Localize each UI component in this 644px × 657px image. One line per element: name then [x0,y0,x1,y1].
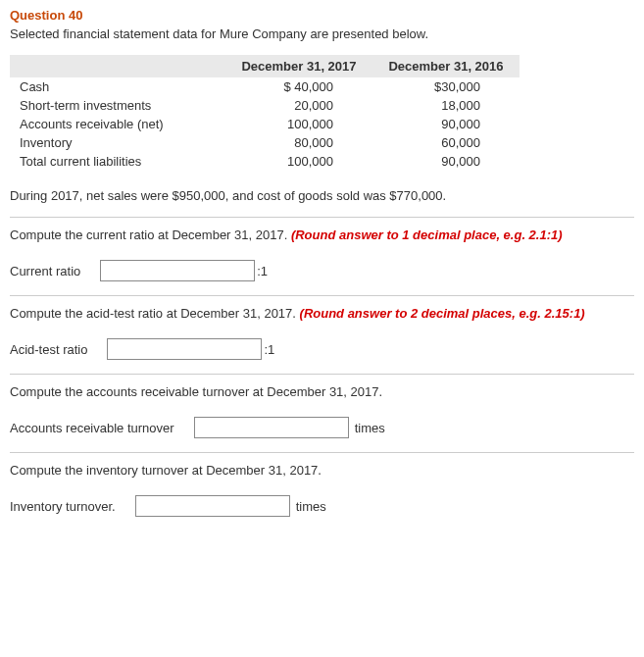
row-val-2017: 100,000 [225,115,372,133]
row-val-2017: 80,000 [225,133,372,152]
question-intro: Selected financial statement data for Mu… [10,26,634,41]
suffix-times: times [296,499,326,514]
prompt-current-ratio: Compute the current ratio at December 31… [10,227,634,242]
row-val-2017: $ 40,000 [225,77,372,96]
col-header-2016: December 31, 2016 [372,55,520,77]
row-val-2017: 100,000 [225,152,372,171]
financial-table: December 31, 2017 December 31, 2016 Cash… [10,55,520,171]
field-label-inv-turnover: Inventory turnover. [10,499,116,514]
row-label: Cash [10,77,225,96]
divider [10,374,634,375]
mid-text: During 2017, net sales were $950,000, an… [10,188,634,203]
prompt-acid-test: Compute the acid-test ratio at December … [10,306,634,321]
field-label-acid-test: Acid-test ratio [10,342,87,357]
divider [10,295,634,296]
table-row: Inventory 80,000 60,000 [10,133,520,152]
question-title: Question 40 [10,8,634,23]
row-label: Accounts receivable (net) [10,115,225,133]
ar-turnover-input[interactable] [194,417,349,438]
prompt-ar-turnover: Compute the accounts receivable turnover… [10,384,634,399]
prompt-text: Compute the inventory turnover at Decemb… [10,463,322,478]
row-val-2016: 90,000 [372,152,520,171]
acid-test-input[interactable] [107,338,262,360]
inv-turnover-input[interactable] [135,495,290,517]
table-row: Accounts receivable (net) 100,000 90,000 [10,115,520,133]
table-row: Cash $ 40,000 $30,000 [10,77,520,96]
hint-text: (Round answer to 1 decimal place, e.g. 2… [291,227,563,242]
table-row: Short-term investments 20,000 18,000 [10,96,520,115]
field-label-ar-turnover: Accounts receivable turnover [10,421,174,435]
current-ratio-input[interactable] [100,260,255,281]
row-label: Total current liabilities [10,152,225,171]
divider [10,217,634,218]
table-row: Total current liabilities 100,000 90,000 [10,152,520,171]
suffix-ratio: :1 [264,342,274,357]
hint-text: (Round answer to 2 decimal places, e.g. … [300,306,585,321]
prompt-text: Compute the accounts receivable turnover… [10,384,382,399]
row-val-2016: $30,000 [372,77,520,96]
row-label: Inventory [10,133,225,152]
col-header-2017: December 31, 2017 [225,55,372,77]
prompt-inv-turnover: Compute the inventory turnover at Decemb… [10,463,634,478]
row-val-2017: 20,000 [225,96,372,115]
prompt-text: Compute the acid-test ratio at December … [10,306,300,321]
suffix-times: times [355,421,385,435]
divider [10,452,634,453]
row-label: Short-term investments [10,96,225,115]
row-val-2016: 18,000 [372,96,520,115]
field-label-current-ratio: Current ratio [10,264,80,278]
prompt-text: Compute the current ratio at December 31… [10,227,291,242]
row-val-2016: 60,000 [372,133,520,152]
suffix-ratio: :1 [257,264,268,278]
row-val-2016: 90,000 [372,115,520,133]
